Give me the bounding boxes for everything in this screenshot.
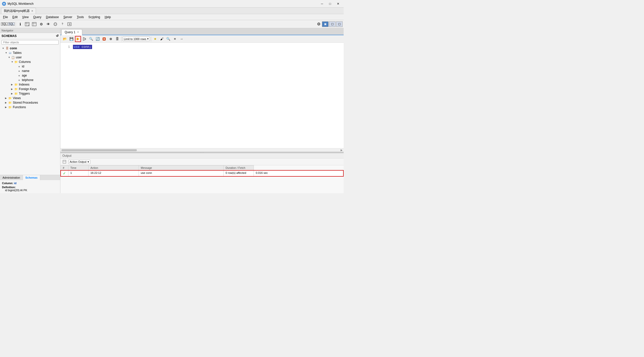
tree-item-indexes[interactable]: ▶ 📁 Indexes: [0, 82, 60, 87]
menu-bar: File Edit View Query Database Server Too…: [0, 14, 344, 20]
info-definition-label: Definition:: [2, 186, 58, 189]
app-icon: M: [2, 2, 6, 6]
tree-item-col-name[interactable]: ▶ ◆ name: [0, 69, 60, 73]
limit-select[interactable]: Limit to 1000 rows ▾: [123, 37, 150, 41]
ident-conn: conn;: [82, 45, 91, 49]
search-btn[interactable]: 🔍: [88, 36, 94, 42]
column-value: id: [14, 182, 17, 185]
columns-label: Columns: [19, 60, 31, 64]
tree-item-functions[interactable]: ▶ 📁 Functions: [0, 105, 60, 109]
sidebar: Navigator SCHEMAS ↺ ▼ 🗄 conn ▼ 🗂 Tables: [0, 28, 60, 193]
menu-server[interactable]: Server: [61, 15, 74, 19]
menu-file[interactable]: File: [1, 15, 10, 19]
toggle-btn[interactable]: 🗄: [114, 36, 120, 42]
execute-btn[interactable]: [75, 36, 81, 42]
tree-item-tables[interactable]: ▼ 🗂 Tables: [0, 51, 60, 55]
tree-item-columns[interactable]: ▼ 📁 Columns: [0, 60, 60, 64]
tree-item-col-telphone[interactable]: ▶ ◆ telphone: [0, 78, 60, 82]
menu-query[interactable]: Query: [31, 15, 44, 19]
tables-label: Tables: [13, 51, 22, 55]
menu-view[interactable]: View: [20, 15, 31, 19]
sp-label: Stored Procedures: [13, 101, 38, 104]
limit-dropdown-icon: ▾: [147, 37, 149, 41]
open-file-btn[interactable]: 📂: [62, 36, 68, 42]
code-editor[interactable]: 1 use conn;: [60, 43, 344, 148]
tree-item-col-age[interactable]: ▶ ◆ age: [0, 73, 60, 78]
filter-input[interactable]: [2, 40, 59, 45]
toolbar-sql-btn1[interactable]: SQL: [1, 21, 8, 27]
format-btn[interactable]: ≡: [172, 36, 178, 42]
tree-item-conn[interactable]: ▼ 🗄 conn: [0, 46, 60, 51]
toolbar-export-btn[interactable]: [66, 21, 73, 27]
svg-rect-18: [63, 160, 66, 163]
h-scroll-right[interactable]: ▶: [341, 149, 343, 151]
refresh-btn[interactable]: 🔄: [95, 36, 101, 42]
toolbar-view-btn[interactable]: 👁: [45, 21, 52, 27]
connection-tab-close[interactable]: ✕: [31, 10, 33, 12]
layout-btn1[interactable]: ▣: [322, 21, 329, 27]
toolbar-settings-icon[interactable]: ⚙: [317, 22, 320, 26]
connection-tab[interactable]: 我的远端mysql机器 ✕: [1, 8, 36, 14]
toolbar-create-table-btn[interactable]: [24, 21, 30, 27]
menu-help[interactable]: Help: [103, 15, 113, 19]
layout-btn2[interactable]: ▢: [329, 21, 336, 27]
code-content[interactable]: use conn;: [73, 45, 342, 146]
tree-item-triggers[interactable]: ▶ 📁 Triggers: [0, 91, 60, 96]
tree-item-foreign-keys[interactable]: ▶ 📁 Foreign Keys: [0, 87, 60, 91]
info-definition-value: id bigint(20) AI PK: [2, 189, 58, 192]
menu-tools[interactable]: Tools: [75, 15, 86, 19]
sp-icon: 📁: [8, 101, 12, 104]
window-controls: ─ □ ✕: [318, 1, 342, 6]
paint-btn[interactable]: 🖌: [159, 36, 165, 42]
bookmark-btn[interactable]: ★: [152, 36, 158, 42]
query-tab-close[interactable]: ✕: [77, 31, 79, 33]
toolbar-query-btn[interactable]: ?: [59, 21, 66, 27]
query-toolbar: 📂 💾 🔍 🔄: [60, 35, 344, 43]
layout-btn3[interactable]: ▢: [336, 21, 343, 27]
output-icon-btn[interactable]: [62, 159, 67, 164]
menu-scripting[interactable]: Scripting: [86, 15, 102, 19]
tree-item-user[interactable]: ▼ 📋 user: [0, 55, 60, 60]
output-toolbar: Action Output ▾: [60, 158, 344, 165]
tree-arrow-views: ▶: [5, 97, 8, 99]
query-tab-label: Query 1: [65, 30, 75, 34]
toolbar-inspect-btn[interactable]: ℹ: [17, 21, 23, 27]
explain-btn[interactable]: [82, 36, 88, 42]
stop-btn[interactable]: ⊗: [108, 36, 114, 42]
code-line-1: use conn;: [73, 45, 342, 49]
nav-btn[interactable]: →: [178, 36, 184, 42]
h-scroll-thumb[interactable]: [61, 149, 137, 151]
schema-tree: ▼ 🗄 conn ▼ 🗂 Tables ▼ 📋 user: [0, 46, 60, 175]
action-output-select[interactable]: Action Output ▾: [68, 160, 90, 164]
close-button[interactable]: ✕: [335, 1, 342, 6]
tab-administration[interactable]: Administration: [0, 175, 23, 180]
toolbar-schema-btn[interactable]: [52, 21, 59, 27]
menu-edit[interactable]: Edit: [10, 15, 20, 19]
toolbar-procedure-btn[interactable]: ⚙: [38, 21, 45, 27]
minimize-button[interactable]: ─: [318, 1, 326, 6]
tree-item-views[interactable]: ▶ 📁 Views: [0, 96, 60, 100]
col-age-label: age: [22, 74, 27, 77]
indexes-label: Indexes: [19, 83, 29, 86]
query-toolbar-sep2: [151, 36, 151, 42]
app-tab-bar: 我的远端mysql机器 ✕: [0, 8, 344, 14]
line-number-1: 1: [62, 45, 70, 49]
tree-arrow-triggers: ▶: [11, 92, 14, 95]
output-row-1: ✓ 1 16:22:12 use conn 0 row(s) affected …: [61, 170, 343, 176]
tab-schemas[interactable]: Schemas: [23, 175, 40, 180]
query-tab-1[interactable]: Query 1 ✕: [61, 29, 82, 35]
menu-database[interactable]: Database: [44, 15, 61, 19]
tree-item-stored-procedures[interactable]: ▶ 📁 Stored Procedures: [0, 100, 60, 105]
maximize-button[interactable]: □: [327, 1, 334, 6]
tree-item-col-id[interactable]: ▶ ◆ id: [0, 64, 60, 69]
svg-rect-4: [32, 22, 36, 26]
toolbar-table-view-btn[interactable]: [31, 21, 37, 27]
toolbar-sql-btn2[interactable]: SQL: [8, 21, 15, 27]
stop-red-btn[interactable]: [101, 36, 107, 42]
refresh-schema-icon[interactable]: ↺: [56, 34, 59, 38]
tree-arrow-sp: ▶: [5, 101, 8, 104]
zoom-btn[interactable]: 🔍: [165, 36, 171, 42]
output-scroll[interactable]: # Time Action Message Duration / Fetch ✓: [60, 165, 344, 177]
output-duration-cell: 0.016 sec: [254, 170, 343, 176]
save-query-btn[interactable]: 💾: [68, 36, 74, 42]
